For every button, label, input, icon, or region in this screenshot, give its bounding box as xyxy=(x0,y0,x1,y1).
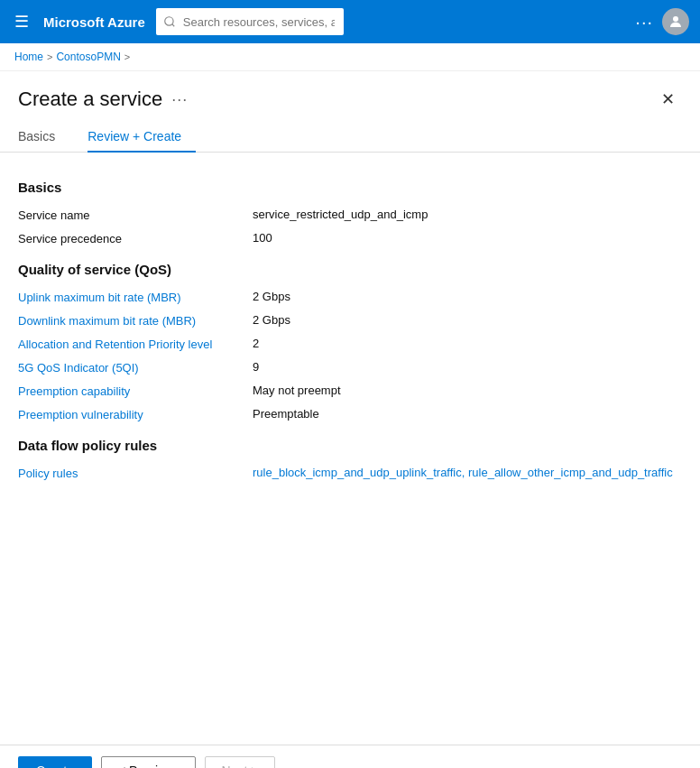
field-preemption-capability: Preemption capability May not preempt xyxy=(18,384,682,398)
field-5qi: 5G QoS Indicator (5QI) 9 xyxy=(18,360,682,375)
field-policy-rules: Policy rules rule_block_icmp_and_udp_upl… xyxy=(18,466,682,480)
close-button[interactable]: ✕ xyxy=(654,86,682,113)
search-input[interactable] xyxy=(156,8,344,35)
5qi-value: 9 xyxy=(253,360,259,374)
content-area: Basics Service name service_restricted_u… xyxy=(0,153,700,561)
field-preemption-vulnerability: Preemption vulnerability Preemptable xyxy=(18,407,682,421)
downlink-mbr-label: Downlink maximum bit rate (MBR) xyxy=(18,313,253,328)
tab-basics[interactable]: Basics xyxy=(18,122,69,153)
preemption-vuln-label: Preemption vulnerability xyxy=(18,407,253,421)
search-wrap xyxy=(156,8,535,35)
nav-more-icon[interactable]: ··· xyxy=(635,12,653,32)
downlink-mbr-value: 2 Gbps xyxy=(253,313,290,327)
service-precedence-label: Service precedence xyxy=(18,231,253,245)
preemption-cap-label: Preemption capability xyxy=(18,384,253,398)
field-alloc-retention: Allocation and Retention Priority level … xyxy=(18,337,682,351)
previous-button[interactable]: < Previous xyxy=(101,756,196,768)
service-name-label: Service name xyxy=(18,208,253,222)
data-flow-section-header: Data flow policy rules xyxy=(18,438,682,453)
breadcrumb-home[interactable]: Home xyxy=(14,51,43,63)
tab-review-create[interactable]: Review + Create xyxy=(88,122,196,153)
field-service-name: Service name service_restricted_udp_and_… xyxy=(18,208,682,222)
basics-section-header: Basics xyxy=(18,180,682,195)
app-title: Microsoft Azure xyxy=(43,14,145,30)
next-button[interactable]: Next > xyxy=(205,756,276,768)
5qi-label: 5G QoS Indicator (5QI) xyxy=(18,360,253,375)
hamburger-icon[interactable]: ☰ xyxy=(11,8,32,35)
svg-point-0 xyxy=(673,16,678,22)
alloc-retention-label: Allocation and Retention Priority level xyxy=(18,337,253,351)
breadcrumb-parent[interactable]: ContosoPMN xyxy=(56,51,120,63)
footer: Create < Previous Next > xyxy=(0,745,700,768)
breadcrumb-sep1: > xyxy=(47,51,52,62)
main-container: Create a service ··· ✕ Basics Review + C… xyxy=(0,71,700,768)
breadcrumb-sep2: > xyxy=(124,51,130,62)
page-title-more-icon[interactable]: ··· xyxy=(171,90,188,109)
avatar[interactable] xyxy=(662,8,689,35)
field-downlink-mbr: Downlink maximum bit rate (MBR) 2 Gbps xyxy=(18,313,682,328)
breadcrumb: Home > ContosoPMN > xyxy=(0,43,700,71)
service-name-value: service_restricted_udp_and_icmp xyxy=(253,208,428,221)
page-title-row: Create a service ··· xyxy=(18,88,188,111)
alloc-retention-value: 2 xyxy=(253,337,259,350)
field-service-precedence: Service precedence 100 xyxy=(18,231,682,245)
field-uplink-mbr: Uplink maximum bit rate (MBR) 2 Gbps xyxy=(18,290,682,304)
qos-section-header: Quality of service (QoS) xyxy=(18,262,682,277)
page-title: Create a service xyxy=(18,88,162,111)
preemption-vuln-value: Preemptable xyxy=(253,407,319,421)
nav-right: ··· xyxy=(635,8,689,35)
policy-rules-value: rule_block_icmp_and_udp_uplink_traffic, … xyxy=(253,466,673,479)
tabs: Basics Review + Create xyxy=(0,122,700,153)
uplink-mbr-value: 2 Gbps xyxy=(253,290,290,303)
service-precedence-value: 100 xyxy=(253,231,272,245)
create-button[interactable]: Create xyxy=(18,756,92,768)
page-header: Create a service ··· ✕ xyxy=(0,71,700,113)
nav-bar: ☰ Microsoft Azure ··· xyxy=(0,0,700,43)
policy-rules-label: Policy rules xyxy=(18,466,253,480)
uplink-mbr-label: Uplink maximum bit rate (MBR) xyxy=(18,290,253,304)
preemption-cap-value: May not preempt xyxy=(253,384,341,397)
